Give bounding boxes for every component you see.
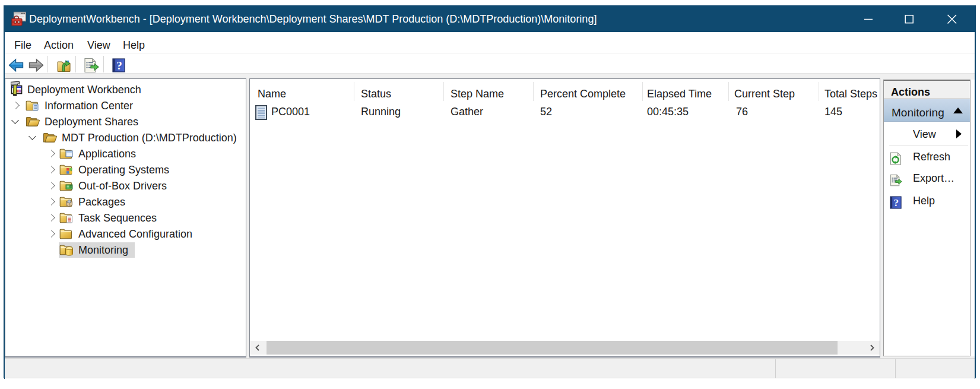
svg-text:?: ?: [116, 59, 122, 72]
svg-text:?: ?: [894, 197, 899, 208]
